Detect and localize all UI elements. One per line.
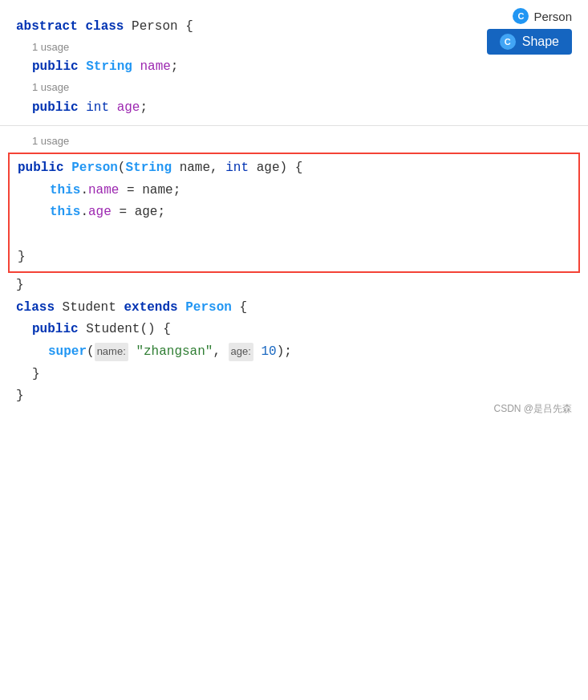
kw-public-1: public (32, 57, 86, 78)
divider-1 (0, 125, 588, 126)
c-icon-shape: C (500, 34, 516, 50)
semicolon-1: ; (171, 57, 179, 78)
this-age-line: this . age = age; (42, 201, 578, 224)
this-age-var: age (88, 202, 112, 223)
tooltip-person: C Person (513, 8, 572, 24)
type-string: String (86, 57, 140, 78)
kw-class-2: class (16, 298, 63, 319)
type-int: int (86, 98, 116, 119)
comma-super: , (213, 342, 228, 363)
usage-hint-3: 1 usage (16, 132, 588, 151)
super-close: ); (277, 342, 292, 363)
assign-age: = age; (112, 202, 165, 223)
kw-public-ctor: public (18, 158, 71, 179)
kw-public-student: public (32, 319, 86, 340)
usage-text-3: 1 usage (32, 133, 69, 150)
parent-person: Person (185, 298, 239, 319)
super-call-line: super ( name: "zhangsan" , age: 10 ); (32, 341, 588, 364)
age-label: age: (229, 343, 253, 361)
student-ctor-name: Student() { (86, 319, 171, 340)
var-age: age (117, 98, 140, 119)
watermark: CSDN @是吕先森 (493, 402, 572, 416)
student-ctor-line: public Student() { (16, 319, 588, 341)
close-class-line: } (0, 275, 588, 297)
close-student-ctor-line: } (16, 364, 588, 386)
c-icon-person: C (513, 8, 529, 24)
code-line-2: public String name ; (16, 56, 588, 79)
param-age-1: age) { (257, 158, 303, 179)
student-name: Student (63, 298, 124, 319)
student-class-line: class Student extends Person { (0, 297, 588, 319)
param-type-string: String (125, 158, 179, 179)
kw-extends: extends (124, 298, 185, 319)
class-person: Person { (132, 17, 193, 38)
constructor-sig-line: public Person ( String name, int age) { (10, 157, 578, 180)
close-method-line: } (10, 246, 578, 269)
this-kw-2: this (50, 202, 80, 223)
ctor-name: Person (71, 158, 118, 179)
param-type-int: int (225, 158, 256, 179)
empty-line-1 (10, 224, 578, 246)
assign-name: = name; (119, 181, 180, 201)
close-student-brace: } (16, 386, 24, 407)
kw-abstract: abstract (16, 17, 85, 38)
close-class-brace-1: } (16, 275, 24, 296)
usage-hint-2: 1 usage (16, 79, 588, 97)
space-1 (128, 342, 136, 363)
code-line-3: public int age ; (16, 97, 588, 120)
var-name: name (140, 57, 170, 78)
dot-name: . (80, 181, 88, 201)
shape-label: Shape (522, 35, 559, 49)
close-method-brace: } (18, 247, 26, 268)
super-kw: super (48, 342, 87, 363)
close-student-ctor-brace: } (32, 364, 40, 385)
usage-text-2: 1 usage (32, 79, 69, 96)
ctor-paren-open: ( (118, 158, 126, 179)
person-label: Person (533, 10, 572, 23)
highlighted-constructor: public Person ( String name, int age) { … (8, 153, 580, 273)
this-name-var: name (88, 181, 119, 201)
name-label: name: (95, 343, 128, 361)
dot-age: . (80, 202, 88, 223)
tooltip-container: C Person C Shape (487, 8, 572, 55)
kw-class: class (85, 17, 132, 38)
age-number: 10 (253, 342, 277, 363)
student-brace-open: { (239, 298, 247, 319)
kw-public-2: public (32, 98, 86, 119)
usage-text-1: 1 usage (32, 39, 69, 56)
semicolon-2: ; (140, 98, 148, 119)
string-zhangsan: "zhangsan" (136, 342, 213, 363)
param-name-1: name, (180, 158, 226, 179)
code-editor: C Person C Shape abstract class Person {… (0, 0, 588, 424)
super-paren: ( (87, 342, 95, 363)
this-name-line: this . name = name; (42, 180, 578, 202)
tooltip-shape[interactable]: C Shape (487, 29, 572, 55)
this-kw-1: this (50, 181, 80, 201)
